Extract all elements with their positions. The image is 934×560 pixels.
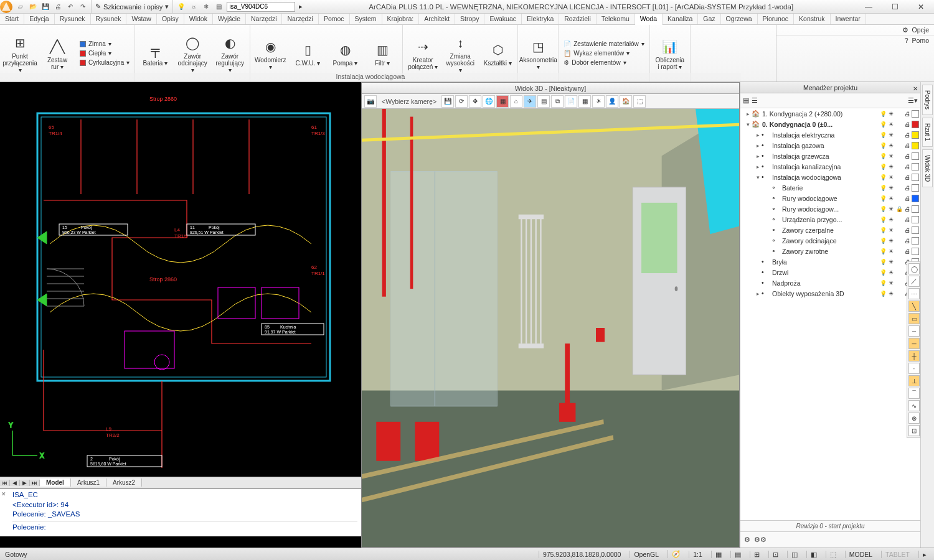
tree-node[interactable]: ▸•Instalacja kanalizacyjna☀ bbox=[740, 161, 920, 172]
tree-node[interactable]: ▾🏠0. Kondygnacja 0 (±0...☀ bbox=[740, 119, 920, 129]
main-tab-edycja[interactable]: Edycja bbox=[24, 14, 55, 24]
status-toggle-3[interactable]: ⊞ bbox=[750, 551, 763, 558]
status-toggle-4[interactable]: ⊡ bbox=[768, 551, 782, 558]
tree-node[interactable]: ▸🏠1. Kondygnacja 2 (+280.00)☀ bbox=[740, 108, 920, 119]
ribbon-ciepła[interactable]: Ciepła▾ bbox=[77, 49, 132, 57]
tree-node[interactable]: ∘Zawory zwrotne☀ bbox=[740, 246, 920, 256]
tool-dot-icon[interactable]: · bbox=[908, 363, 920, 374]
qa-new-icon[interactable]: ▱ bbox=[15, 1, 26, 12]
tree-node[interactable]: ∘Rury wodociągow...☀ bbox=[740, 203, 920, 214]
qa-open-icon[interactable]: 📂 bbox=[27, 1, 39, 12]
main-tab-pomoc[interactable]: Pomoc bbox=[319, 14, 350, 24]
main-tab-kanaliza[interactable]: Kanaliza bbox=[663, 14, 698, 24]
prev-icon[interactable]: ◀ bbox=[10, 480, 20, 486]
main-tab-wstaw[interactable]: Wstaw bbox=[126, 14, 157, 24]
main-tab-rysunek[interactable]: Rysunek bbox=[91, 14, 127, 24]
qa-print-icon[interactable]: 🖨 bbox=[52, 1, 64, 12]
main-tab-narzędzi[interactable]: Narzędzi bbox=[246, 14, 282, 24]
main-tab-gaz[interactable]: Gaz bbox=[698, 14, 720, 24]
wall-icon[interactable]: ▦ bbox=[496, 95, 509, 108]
main-tab-start[interactable]: Start bbox=[0, 14, 24, 24]
qa-layers-icon[interactable]: ▤ bbox=[213, 1, 224, 12]
ribbon-punkt[interactable]: ⊞Punktprzyłączenia ▾ bbox=[2, 32, 37, 75]
status-compass-icon[interactable]: 🧭 bbox=[667, 550, 684, 558]
ribbon-kształtki[interactable]: ⬡Kształtki ▾ bbox=[480, 39, 515, 68]
ribbon-pompa[interactable]: ◍Pompa ▾ bbox=[328, 39, 362, 68]
main-tab-telekomu[interactable]: Telekomu bbox=[597, 14, 635, 24]
vtab-podrys[interactable]: Podrys bbox=[922, 85, 933, 115]
ribbon-obliczenia[interactable]: 📊Obliczeniai raport ▾ bbox=[653, 35, 687, 72]
dropdown-icon[interactable]: ▸ bbox=[295, 2, 306, 11]
tool-off-icon[interactable]: ⊗ bbox=[908, 413, 920, 424]
status-toggle-5[interactable]: ◫ bbox=[787, 551, 801, 558]
vtab-widok3d[interactable]: Widok 3D bbox=[922, 149, 933, 187]
tree-node[interactable]: ▸•Instalacja grzewcza☀ bbox=[740, 151, 920, 161]
first-icon[interactable]: ⏮ bbox=[0, 480, 10, 486]
status-scale[interactable]: 1:1 bbox=[689, 551, 706, 558]
close-icon[interactable]: ✕ bbox=[1, 490, 9, 498]
pan-icon[interactable]: ✥ bbox=[469, 95, 481, 108]
main-tab-rozdzieli[interactable]: Rozdzieli bbox=[559, 14, 597, 24]
main-tab-stropy[interactable]: Stropy bbox=[455, 14, 484, 24]
main-tab-ewakuac[interactable]: Ewakuac bbox=[484, 14, 522, 24]
status-toggle-1[interactable]: ▦ bbox=[711, 551, 725, 558]
ribbon-cyrkulacyjna[interactable]: Cyrkulacyjna▾ bbox=[77, 58, 132, 67]
house-icon[interactable]: 🏠 bbox=[620, 95, 632, 108]
help-label[interactable]: Pomo bbox=[912, 37, 929, 44]
layers-icon[interactable]: ▤ bbox=[537, 95, 550, 108]
qa-sun-icon[interactable]: ☼ bbox=[188, 1, 199, 12]
tool-dash-icon[interactable]: ┄ bbox=[908, 325, 920, 337]
main-tab-widok[interactable]: Widok bbox=[184, 14, 213, 24]
tool-circle-icon[interactable]: ◯ bbox=[908, 263, 920, 274]
ribbon-zawór[interactable]: ◯Zawórodcinający ▾ bbox=[175, 32, 210, 75]
tree-node[interactable]: •Nadproża☀ bbox=[740, 278, 920, 288]
tool-perp-icon[interactable]: ⊥ bbox=[908, 375, 920, 386]
main-tab-system[interactable]: System bbox=[350, 14, 382, 24]
plane-icon[interactable]: ✈ bbox=[524, 95, 536, 108]
orbit-icon[interactable]: ⟳ bbox=[455, 95, 468, 108]
sheet-tab-arkusz1[interactable]: Arkusz1 bbox=[71, 478, 106, 487]
main-tab-konstruk[interactable]: Konstruk bbox=[794, 14, 830, 24]
status-toggle-7[interactable]: ⬚ bbox=[826, 551, 840, 558]
tool-base-icon[interactable]: ⊡ bbox=[908, 425, 920, 436]
ribbon-filtr[interactable]: ▥Filtr ▾ bbox=[365, 39, 400, 68]
ribbon-zestawienie-materiałów[interactable]: 📄Zestawienie materiałów▾ bbox=[561, 40, 647, 48]
tree-node[interactable]: ▸•Instalacja gazowa☀ bbox=[740, 140, 920, 151]
main-tab-piorunoc[interactable]: Piorunoc bbox=[758, 14, 794, 24]
tool-line-icon[interactable]: ／ bbox=[908, 276, 920, 287]
person-icon[interactable]: 👤 bbox=[606, 95, 618, 108]
pm-tree[interactable]: ▸🏠1. Kondygnacja 2 (+280.00)☀▾🏠0. Kondyg… bbox=[740, 108, 920, 520]
tree-node[interactable]: •Drzwi☀ bbox=[740, 267, 920, 278]
main-tab-rysunek[interactable]: Rysunek bbox=[55, 14, 91, 24]
vtab-rzut1[interactable]: Rzut 1 bbox=[922, 118, 933, 147]
status-model[interactable]: MODEL bbox=[845, 551, 876, 558]
tree-node[interactable]: ∘Urządzenia przygo...☀ bbox=[740, 214, 920, 225]
sheet-tab-arkusz2[interactable]: Arkusz2 bbox=[106, 478, 142, 487]
qa-redo-icon[interactable]: ↷ bbox=[77, 1, 88, 12]
maximize-button[interactable]: ☐ bbox=[882, 0, 908, 14]
next-icon[interactable]: ▶ bbox=[20, 480, 30, 486]
ribbon-wykaz-elementów[interactable]: 📋Wykaz elementów▾ bbox=[561, 49, 647, 57]
tree-node[interactable]: •Bryła☀ bbox=[740, 256, 920, 267]
sheet-tab-model[interactable]: Model bbox=[40, 478, 71, 487]
tree-node[interactable]: ▸•Obiekty wyposażenia 3D☀ bbox=[740, 288, 920, 299]
tool-diag-icon[interactable]: ╲ bbox=[908, 301, 920, 312]
ribbon-bateria[interactable]: ╤Bateria ▾ bbox=[138, 39, 172, 68]
main-tab-inwentar[interactable]: Inwentar bbox=[831, 14, 866, 24]
main-tab-opisy[interactable]: Opisy bbox=[157, 14, 184, 24]
tool-tan-icon[interactable]: ⌒ bbox=[908, 388, 920, 399]
ribbon-aksonometria[interactable]: ◳Aksonometria ▾ bbox=[521, 35, 555, 72]
close-button[interactable]: ✕ bbox=[908, 0, 934, 14]
tree-node[interactable]: ▸•Instalacja elektryczna☀ bbox=[740, 129, 920, 140]
home-icon[interactable]: ⌂ bbox=[510, 95, 522, 108]
status-tablet[interactable]: TABLET bbox=[881, 551, 913, 558]
main-tab-ogrzewa[interactable]: Ogrzewa bbox=[721, 14, 758, 24]
new-icon[interactable]: ▤ bbox=[743, 96, 749, 105]
tool-mid-icon[interactable]: ─ bbox=[908, 338, 920, 349]
ribbon-zmiana[interactable]: ↕Zmianawysokości ▾ bbox=[443, 32, 478, 75]
main-tab-krajobra:[interactable]: Krajobra: bbox=[382, 14, 420, 24]
filter-icon[interactable]: ☰ bbox=[752, 96, 758, 105]
tree-node[interactable]: ∘Zawory czerpalne☀ bbox=[740, 225, 920, 235]
ribbon-kreator[interactable]: ⇢Kreatorpołączeń ▾ bbox=[405, 35, 440, 72]
ribbon-zimna[interactable]: Zimna▾ bbox=[77, 40, 132, 48]
